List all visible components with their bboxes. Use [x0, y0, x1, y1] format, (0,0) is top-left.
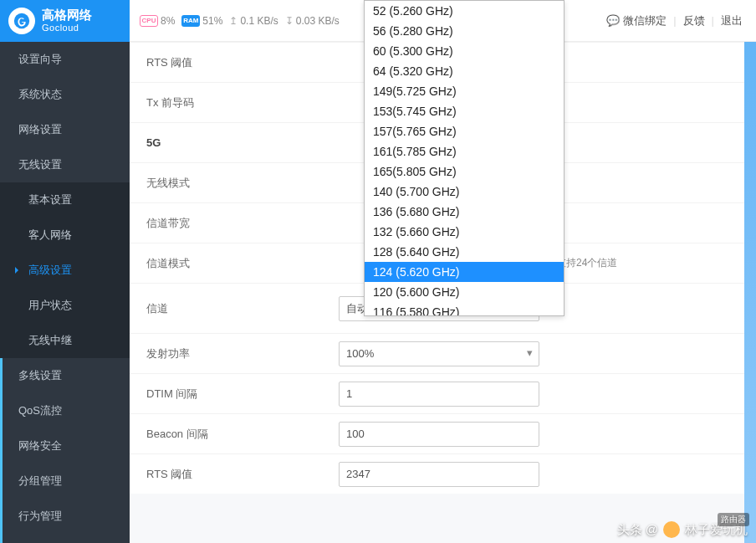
- channel-option[interactable]: 153(5.745 GHz): [365, 101, 564, 121]
- beacon-input[interactable]: [339, 422, 539, 447]
- logo-text-zh: 高格网络: [42, 8, 92, 23]
- dtim-input[interactable]: [339, 382, 539, 407]
- watermark-avatar-icon: [663, 521, 680, 538]
- logo[interactable]: 高格网络 Gocloud: [0, 0, 130, 42]
- right-decorative-strip: [744, 42, 756, 543]
- wechat-icon: 💬: [606, 14, 620, 27]
- ram-value: 51%: [202, 15, 222, 27]
- channel-option[interactable]: 149(5.725 GHz): [365, 81, 564, 101]
- tx-preamble-label: Tx 前导码: [146, 95, 339, 110]
- txpower-label: 发射功率: [146, 346, 339, 361]
- channel-option[interactable]: 128 (5.640 GHz): [365, 242, 564, 262]
- channel-option[interactable]: 124 (5.620 GHz): [365, 262, 564, 282]
- logo-text-en: Gocloud: [42, 23, 92, 33]
- sidebar-item-network[interactable]: 网络设置: [0, 112, 130, 147]
- sidebar-item-basic[interactable]: 基本设置: [0, 182, 130, 218]
- ram-stat: RAM 51%: [181, 15, 222, 27]
- logo-icon: [8, 8, 35, 34]
- channel-option[interactable]: 60 (5.300 GHz): [365, 41, 564, 61]
- channel-option[interactable]: 157(5.765 GHz): [365, 121, 564, 141]
- sidebar-item-vpn[interactable]: 虚拟专网: [0, 534, 130, 543]
- status-bar: CPU 8% RAM 51% ↥ 0.1 KB/s ↧ 0.03 KB/s: [130, 15, 350, 27]
- channel-option[interactable]: 140 (5.700 GHz): [365, 182, 564, 202]
- sidebar-item-system[interactable]: 系统状态: [0, 77, 130, 112]
- rts24-label: RTS 阈值: [146, 55, 339, 70]
- channel-option[interactable]: 52 (5.260 GHz): [365, 1, 564, 21]
- watermark: 路由器 头条 @ 林子爱玩机: [617, 521, 748, 538]
- channel-option[interactable]: 165(5.805 GHz): [365, 161, 564, 182]
- channel-option[interactable]: 116 (5.580 GHz): [365, 302, 564, 315]
- cpu-stat: CPU 8%: [140, 15, 175, 27]
- sidebar-item-security[interactable]: 网络安全: [0, 428, 130, 464]
- chanmode-hint: 支持24个信道: [556, 257, 617, 269]
- cpu-icon: CPU: [140, 15, 158, 27]
- feedback-link[interactable]: 反馈: [683, 13, 705, 28]
- sidebar-item-wizard[interactable]: 设置向导: [0, 42, 130, 77]
- cpu-value: 8%: [161, 15, 175, 27]
- download-icon: ↧: [285, 15, 294, 27]
- sidebar-item-repeater[interactable]: 无线中继: [0, 323, 130, 358]
- logout-link[interactable]: 退出: [721, 13, 743, 28]
- sidebar-item-qos[interactable]: QoS流控: [0, 393, 130, 428]
- channel-option[interactable]: 56 (5.280 GHz): [365, 21, 564, 41]
- channel-dropdown[interactable]: 52 (5.260 GHz)56 (5.280 GHz)60 (5.300 GH…: [364, 0, 564, 316]
- mode-label: 无线模式: [146, 176, 339, 191]
- download-value: 0.03 KB/s: [296, 15, 340, 27]
- sidebar-item-behavior[interactable]: 行为管理: [0, 499, 130, 534]
- header-actions: 💬微信绑定 | 反馈 | 退出: [606, 13, 756, 28]
- wechat-bind-link[interactable]: 💬微信绑定: [606, 13, 667, 28]
- chanmode-label: 信道模式: [146, 256, 339, 271]
- upload-icon: ↥: [229, 15, 238, 27]
- sidebar-item-advanced[interactable]: 高级设置: [0, 253, 130, 288]
- channel-option[interactable]: 161(5.785 GHz): [365, 141, 564, 161]
- upload-value: 0.1 KB/s: [240, 15, 278, 27]
- ram-icon: RAM: [181, 15, 200, 27]
- channel-option[interactable]: 132 (5.660 GHz): [365, 222, 564, 242]
- watermark-badge: 路由器: [718, 513, 749, 526]
- beacon-label: Beacon 间隔: [146, 427, 339, 442]
- channel-label: 信道: [146, 301, 339, 316]
- sidebar-item-wireless[interactable]: 无线设置: [0, 147, 130, 182]
- watermark-prefix: 头条 @: [617, 522, 658, 538]
- dtim-label: DTIM 间隔: [146, 387, 339, 402]
- txpower-select[interactable]: 100%: [339, 341, 539, 366]
- sidebar-item-userstatus[interactable]: 用户状态: [0, 288, 130, 323]
- channel-option[interactable]: 120 (5.600 GHz): [365, 282, 564, 302]
- rts-input[interactable]: [339, 462, 539, 487]
- download-stat: ↧ 0.03 KB/s: [285, 15, 340, 27]
- sidebar-item-multiwan[interactable]: 多线设置: [0, 358, 130, 393]
- sidebar: 设置向导 系统状态 网络设置 无线设置 基本设置 客人网络 高级设置 用户状态 …: [0, 42, 130, 543]
- upload-stat: ↥ 0.1 KB/s: [229, 15, 278, 27]
- channel-option[interactable]: 64 (5.320 GHz): [365, 61, 564, 81]
- rts5-label: RTS 阈值: [146, 467, 339, 482]
- sidebar-item-group[interactable]: 分组管理: [0, 464, 130, 499]
- bandwidth-label: 信道带宽: [146, 216, 339, 231]
- channel-option[interactable]: 136 (5.680 GHz): [365, 202, 564, 222]
- sidebar-item-guest[interactable]: 客人网络: [0, 218, 130, 253]
